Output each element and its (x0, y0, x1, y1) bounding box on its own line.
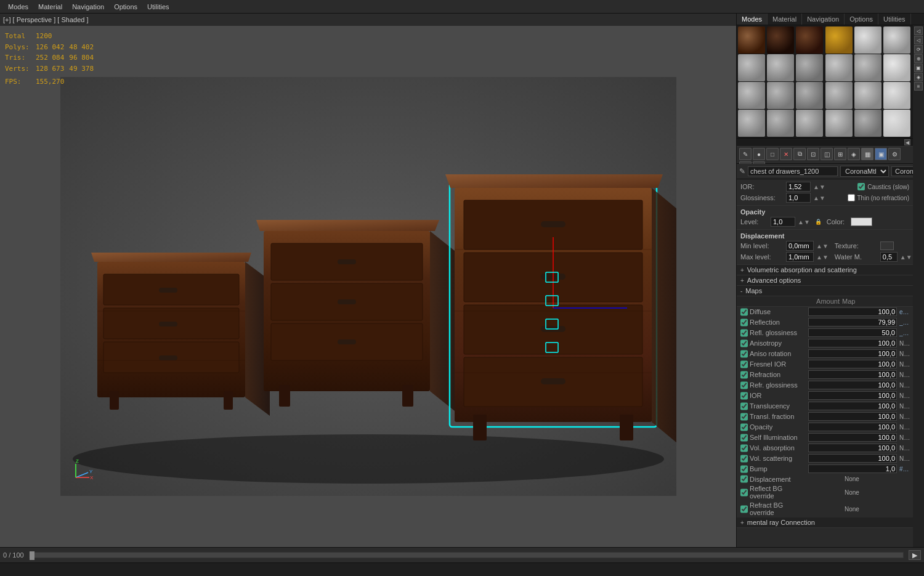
ior-spinner[interactable]: ▲▼ (813, 184, 825, 190)
mat-ball-3[interactable] (796, 26, 823, 54)
map-checkbox-1[interactable] (740, 318, 748, 327)
maps-section-header[interactable]: - Maps (737, 286, 913, 296)
mat-ball-17[interactable] (854, 82, 881, 109)
map-checkbox-10[interactable] (740, 413, 748, 421)
toolbar-render[interactable]: ◈ (848, 148, 860, 160)
tab-modes[interactable]: Modes (737, 14, 768, 25)
glossiness-input[interactable] (786, 193, 811, 203)
nav-navigation[interactable]: Navigation (67, 2, 109, 12)
map-checkbox-17[interactable] (740, 489, 748, 497)
gloss-spinner[interactable]: ▲▼ (813, 195, 825, 201)
toolbar-copy[interactable]: ⧉ (793, 148, 806, 160)
timeline-track[interactable] (29, 552, 904, 558)
opacity-level-input[interactable] (771, 217, 795, 227)
side-btn-3[interactable]: ⟳ (914, 45, 923, 54)
mat-ball-22[interactable] (825, 110, 853, 137)
timeline-thumb[interactable] (30, 551, 34, 560)
toolbar-grid2[interactable]: ⊞ (834, 148, 846, 160)
disp-max-input[interactable] (786, 252, 814, 262)
map-amount-14[interactable] (808, 454, 897, 463)
toolbar-split[interactable]: ◫ (821, 148, 833, 160)
map-amount-7[interactable] (808, 381, 897, 389)
map-checkbox-16[interactable] (740, 475, 748, 483)
toolbar-close[interactable]: ✕ (780, 148, 792, 160)
caustics-checkbox[interactable] (857, 183, 865, 190)
timeline-play-btn[interactable]: ▶ (909, 550, 921, 560)
ior-input[interactable] (786, 182, 811, 192)
map-checkbox-2[interactable] (740, 329, 748, 337)
map-checkbox-3[interactable] (740, 339, 748, 347)
map-checkbox-7[interactable] (740, 381, 748, 389)
map-amount-3[interactable] (808, 339, 897, 347)
map-amount-4[interactable] (808, 349, 897, 358)
nav-modes[interactable]: Modes (3, 2, 33, 12)
map-checkbox-8[interactable] (740, 392, 748, 400)
map-checkbox-9[interactable] (740, 402, 748, 410)
mat-ball-21[interactable] (796, 110, 823, 137)
mental-ray-header[interactable]: + mental ray Connection (737, 517, 913, 528)
material-type-select[interactable]: CoronaMtl (840, 166, 889, 177)
map-checkbox-12[interactable] (740, 434, 748, 442)
mat-ball-7[interactable] (738, 54, 765, 81)
mat-ball-2[interactable] (767, 26, 794, 54)
mat-ball-6[interactable] (883, 26, 910, 54)
map-checkbox-5[interactable] (740, 360, 748, 368)
mat-ball-1[interactable] (738, 26, 765, 54)
map-amount-2[interactable] (808, 328, 897, 337)
mat-ball-20[interactable] (767, 110, 794, 137)
volumetric-section-header[interactable]: + Volumetric absorption and scattering (737, 265, 913, 275)
mat-ball-23[interactable] (854, 110, 881, 137)
map-amount-1[interactable] (808, 318, 897, 327)
map-amount-12[interactable] (808, 433, 897, 442)
material-name-input[interactable] (748, 166, 838, 176)
tab-material[interactable]: Material (768, 14, 802, 25)
map-checkbox-18[interactable] (740, 505, 748, 513)
map-checkbox-0[interactable] (740, 308, 748, 316)
map-amount-8[interactable] (808, 391, 897, 400)
disp-min-spinner[interactable]: ▲▼ (816, 243, 829, 249)
side-btn-7[interactable]: ≡ (914, 82, 923, 91)
nav-utilities[interactable]: Utilities (142, 2, 174, 12)
disp-min-input[interactable] (786, 241, 814, 251)
disp-texture-swatch[interactable] (880, 241, 894, 250)
map-amount-5[interactable] (808, 360, 897, 368)
map-amount-13[interactable] (808, 444, 897, 452)
map-amount-6[interactable] (808, 370, 897, 379)
opacity-spinner[interactable]: ▲▼ (798, 219, 810, 225)
side-btn-5[interactable]: ▣ (914, 63, 923, 72)
side-btn-4[interactable]: ⊕ (914, 54, 923, 63)
map-checkbox-6[interactable] (740, 371, 748, 379)
mat-ball-24[interactable] (883, 110, 910, 137)
toolbar-settings[interactable]: ⚙ (888, 148, 901, 160)
side-btn-6[interactable]: ◈ (914, 73, 923, 81)
nav-options[interactable]: Options (109, 2, 142, 12)
advanced-section-header[interactable]: + Advanced options (737, 275, 913, 286)
map-checkbox-14[interactable] (740, 455, 748, 463)
mat-ball-9[interactable] (796, 54, 823, 81)
tab-navigation[interactable]: Navigation (802, 14, 845, 25)
mat-ball-19[interactable] (738, 110, 765, 137)
mat-ball-13[interactable] (738, 82, 765, 109)
panel-collapse-btn[interactable]: ◀ (904, 139, 910, 145)
map-checkbox-11[interactable] (740, 423, 748, 431)
toolbar-pencil[interactable]: ✎ (739, 148, 752, 160)
map-amount-11[interactable] (808, 423, 897, 431)
map-amount-15[interactable] (808, 464, 897, 473)
disp-water-input[interactable] (880, 252, 898, 262)
map-checkbox-13[interactable] (740, 444, 748, 452)
toolbar-checkerboard[interactable]: ▦ (861, 148, 873, 160)
properties-scroll[interactable]: IOR: ▲▼ Caustics (slow) (737, 179, 913, 547)
tab-utilities[interactable]: Utilities (878, 14, 910, 25)
mat-ball-5[interactable] (854, 26, 881, 54)
map-checkbox-15[interactable] (740, 465, 748, 473)
disp-max-spinner[interactable]: ▲▼ (816, 254, 829, 261)
opacity-color-swatch[interactable] (851, 217, 872, 226)
mat-ball-4[interactable] (825, 26, 853, 54)
map-amount-0[interactable] (808, 307, 897, 316)
side-btn-1[interactable]: ◁ (914, 26, 923, 35)
nav-material[interactable]: Material (33, 2, 67, 12)
map-amount-9[interactable] (808, 402, 897, 410)
map-amount-10[interactable] (808, 412, 897, 421)
mat-ball-14[interactable] (767, 82, 794, 109)
map-checkbox-4[interactable] (740, 350, 748, 358)
